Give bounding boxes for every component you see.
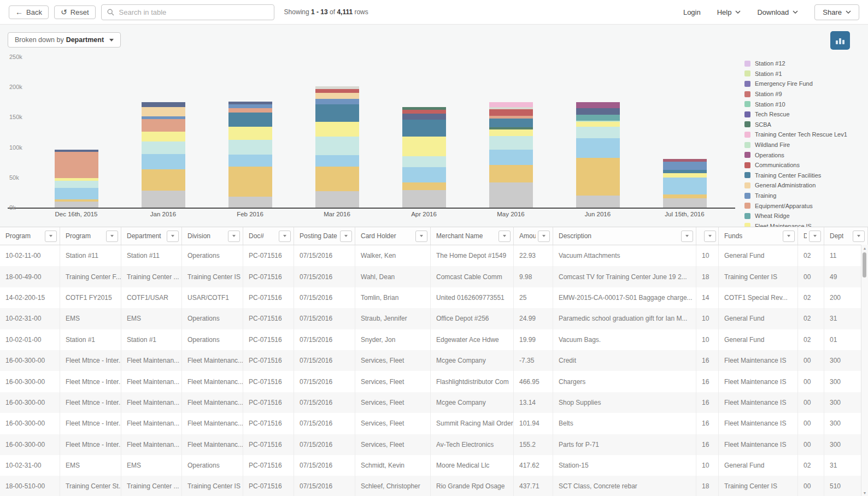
bar-segment-Fleet Maintenance IS[interactable] [228, 127, 272, 140]
download-menu[interactable]: Download [757, 8, 798, 16]
bar-Jun 2016[interactable] [576, 102, 620, 208]
table-row[interactable]: 16-00-300-00Fleet Mtnce - Inter...Fleet … [0, 434, 868, 455]
chart-type-button[interactable] [830, 31, 850, 50]
bar-segment-Communications[interactable] [402, 110, 446, 114]
legend-item[interactable]: Wheat Ridge [744, 211, 847, 221]
bar-segment-navy[interactable] [576, 108, 620, 115]
bar-segment-pale cyan[interactable] [315, 137, 359, 155]
reset-button[interactable]: ↺ Reset [54, 5, 96, 19]
bar-segment-Training[interactable] [228, 104, 272, 108]
bar-segment-Training[interactable] [663, 162, 707, 169]
bar-segment-Training Center Facilities[interactable] [315, 104, 359, 122]
bar-segment-Training Center Facilities[interactable] [402, 120, 446, 137]
legend-item[interactable]: Station #10 [744, 99, 847, 109]
table-row[interactable]: 16-00-300-00Fleet Mtnce - Inter...Fleet … [0, 350, 868, 371]
column-menu-button[interactable] [783, 231, 795, 242]
bar-segment-General Administration[interactable] [315, 93, 359, 99]
bar-segment-sky blue[interactable] [315, 155, 359, 167]
bar-segment-Training Center Facilities[interactable] [228, 113, 272, 127]
bar-segment-gold[interactable] [663, 194, 707, 199]
table-row[interactable]: 16-00-300-00Fleet Mtnce - Inter...Fleet … [0, 413, 868, 434]
legend-item[interactable]: Wildland Fire [744, 140, 847, 150]
bar-segment-Equipment/Apparatus[interactable] [142, 119, 185, 132]
breakdown-dropdown[interactable]: Broken down by Department [8, 32, 121, 48]
bar-segment-sky blue[interactable] [489, 150, 533, 165]
table-row[interactable]: 16-00-300-00Fleet Mtnce - Inter...Fleet … [0, 371, 868, 392]
table-row[interactable]: 10-02-11-00Station #11Station #11Operati… [0, 245, 868, 266]
legend-item[interactable]: SCBA [744, 120, 847, 130]
bar-segment-gray[interactable] [576, 196, 620, 208]
legend-item[interactable]: Training [744, 191, 847, 201]
bar-segment-Fleet Maintenance IS[interactable] [663, 173, 707, 178]
bar-Mar 2016[interactable] [315, 86, 359, 208]
bar-segment-Training[interactable] [315, 99, 359, 104]
legend-item[interactable]: Equipment/Apparatus [744, 200, 847, 211]
search-input[interactable] [118, 8, 268, 17]
login-button[interactable]: Login [683, 8, 701, 16]
bar-segment-gold[interactable] [576, 158, 620, 195]
bar-segment-sky blue[interactable] [576, 138, 620, 158]
table-row[interactable]: 10-02-31-00EMSEMSOperationsPC-07151607/1… [0, 455, 868, 476]
column-menu-button[interactable] [106, 231, 118, 242]
bar-segment-Fleet Maintenance IS[interactable] [315, 122, 359, 136]
legend-item[interactable]: Station #12 [744, 58, 847, 69]
column-menu-button[interactable] [704, 231, 716, 242]
bar-segment-gray[interactable] [489, 182, 533, 208]
back-button[interactable]: ← Back [9, 5, 49, 19]
column-menu-button[interactable] [167, 231, 179, 242]
legend-item[interactable]: Communications [744, 160, 847, 170]
column-menu-button[interactable] [681, 231, 693, 242]
table-row[interactable]: 18-00-49-00Training Center F...Training … [0, 266, 868, 287]
bar-segment-Training Center Facilities[interactable] [663, 170, 707, 174]
bar-Feb 2016[interactable] [228, 102, 272, 208]
bar-segment-Training Center Tech Rescue Lev1[interactable] [489, 102, 533, 107]
bar-segment-Communications[interactable] [315, 89, 359, 93]
scroll-up-button[interactable]: ▲ [861, 246, 868, 250]
column-menu-button[interactable] [45, 231, 57, 242]
bar-segment-gold[interactable] [402, 182, 446, 190]
bar-segment-gray[interactable] [402, 190, 446, 208]
bar-segment-gold[interactable] [489, 165, 533, 182]
bar-Dec 16th, 2015[interactable] [55, 150, 98, 208]
bar-segment-sky blue[interactable] [55, 188, 98, 199]
bar-segment-pale cyan[interactable] [55, 181, 98, 187]
legend-item[interactable]: Emergency Fire Fund [744, 79, 847, 89]
bar-segment-Wheat Ridge[interactable] [576, 115, 620, 121]
legend-item[interactable]: Training Center Tech Rescue Lev1 [744, 129, 847, 140]
bar-segment-Equipment/Apparatus[interactable] [228, 108, 272, 113]
bar-segment-pale cyan[interactable] [142, 141, 185, 154]
legend-item[interactable]: General Administration [744, 180, 847, 191]
bar-segment-gray[interactable] [55, 202, 98, 208]
bar-segment-gold[interactable] [142, 169, 185, 191]
share-button[interactable]: Share [814, 4, 859, 20]
bar-segment-Fleet Maintenance IS[interactable] [402, 137, 446, 156]
bar-segment-Communications[interactable] [489, 109, 533, 116]
help-menu[interactable]: Help [717, 8, 741, 16]
bar-segment-Equipment/Apparatus[interactable] [55, 152, 98, 178]
legend-item[interactable]: Station #1 [744, 69, 847, 79]
column-menu-button[interactable] [809, 231, 821, 242]
bar-segment-Fleet Maintenance IS[interactable] [142, 132, 185, 141]
column-menu-button[interactable] [498, 231, 511, 242]
legend-item[interactable]: Station #9 [744, 89, 847, 99]
bar-segment-sky blue[interactable] [228, 155, 272, 167]
bar-segment-gray[interactable] [228, 197, 272, 208]
table-row[interactable]: 16-00-300-00Fleet Mtnce - Inter...Fleet … [0, 392, 868, 413]
bar-segment-pale cyan[interactable] [576, 127, 620, 138]
column-menu-button[interactable] [340, 231, 352, 242]
table-row[interactable]: 10-02-01-00Station #1Station #1Operation… [0, 329, 868, 350]
column-menu-button[interactable] [279, 231, 291, 242]
column-menu-button[interactable] [853, 231, 865, 242]
bar-segment-Training Center Facilities[interactable] [489, 119, 533, 128]
bar-segment-General Administration[interactable] [142, 107, 185, 117]
table-scrollbar[interactable]: ▲ ▼ [861, 245, 868, 496]
table-row[interactable]: 18-00-510-00Training Center St...Trainin… [0, 476, 868, 496]
bar-Jan 2016[interactable] [142, 102, 185, 208]
bar-segment-sky blue[interactable] [402, 167, 446, 182]
bar-segment-gray[interactable] [142, 191, 185, 208]
bar-segment-Fleet Maintenance IS[interactable] [576, 122, 620, 127]
scroll-down-button[interactable]: ▼ [861, 491, 868, 495]
bar-Jul 15th, 2016[interactable] [663, 159, 707, 208]
legend-item[interactable]: Tech Rescue [744, 109, 847, 120]
bar-segment-Fleet Maintenance IS[interactable] [489, 129, 533, 136]
